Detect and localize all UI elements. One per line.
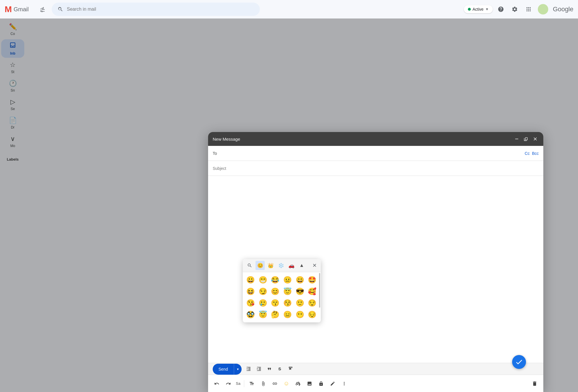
emoji-disguised[interactable]: 🥸 [245,309,256,320]
compose-toolbar-left: Sa ☺ [212,378,349,389]
format-indent-inc-button[interactable] [254,364,264,374]
sans-label: Sa [236,381,240,386]
signature-button[interactable] [327,378,338,389]
emoji-neutral[interactable]: 😐 [282,274,293,285]
help-icon[interactable] [495,3,507,15]
emoji-tabs: 😊 👑 ❄️ 🚗 ▲ ✕ [243,259,321,272]
emoji-sunglasses[interactable]: 😎 [294,286,305,297]
gmail-wordmark: Gmail [14,6,29,13]
expand-button[interactable] [523,135,529,142]
emoji-pleading[interactable]: 🥲 [257,298,268,309]
compose-body[interactable]: 😊 👑 ❄️ 🚗 ▲ ✕ 😀 😁 😂 😐 😄 🤩 😆 😏 😊 [208,176,543,363]
emoji-kiss-mark[interactable]: 😘 [245,298,256,309]
emoji-innocent[interactable]: 😇 [282,286,293,297]
active-dropdown-icon: ▼ [485,7,489,11]
search-icon [58,6,63,12]
confidential-mode-button[interactable] [316,378,326,389]
attach-button[interactable] [258,378,268,389]
insert-image-button[interactable] [304,378,315,389]
cc-bcc-buttons: Cc Bcc [525,151,539,156]
emoji-scrollbar[interactable] [319,273,320,308]
text-formatting-button[interactable] [247,378,257,389]
redo-button[interactable] [223,378,234,389]
compose-window: New Message To Cc Bcc [208,132,543,392]
gmail-m-icon: M [5,4,12,14]
emoji-beaming[interactable]: 😁 [257,274,268,285]
emoji-picker: 😊 👑 ❄️ 🚗 ▲ ✕ 😀 😁 😂 😐 😄 🤩 😆 😏 😊 [243,259,321,322]
apps-icon[interactable] [523,3,534,15]
format-toolbar: ▾ S [208,363,543,375]
emoji-kissing-closed[interactable]: 😚 [282,298,293,309]
emoji-no-mouth[interactable]: 😶 [294,309,305,320]
active-label: Active [473,7,483,12]
send-button[interactable]: Send [213,364,234,375]
emoji-smile[interactable]: 😊 [270,286,281,297]
emoji-tab-travel[interactable]: 🚗 [287,261,296,270]
emoji-tab-smileys[interactable]: 😊 [255,261,265,270]
emoji-tab-nature[interactable]: ❄️ [276,261,286,270]
to-label: To [213,151,221,156]
undo-button[interactable] [212,378,222,389]
emoji-pensive[interactable]: 😔 [307,309,318,320]
emoji-thinking[interactable]: 🤔 [270,309,281,320]
insert-link-button[interactable] [270,378,280,389]
emoji-slightly-smiling[interactable]: 🙂 [294,298,305,309]
format-strikethrough-button[interactable]: S [275,364,284,374]
adjust-filters-icon[interactable] [37,3,48,15]
minimize-button[interactable] [513,135,520,142]
emoji-star-struck[interactable]: 🤩 [307,274,318,285]
to-input[interactable] [221,151,525,156]
close-compose-button[interactable] [532,135,539,142]
emoji-kissing[interactable]: 😙 [270,298,281,309]
user-avatar[interactable] [538,4,548,14]
topbar: M Gmail Active ▼ Google [0,0,578,18]
emoji-grin[interactable]: 😄 [294,274,305,285]
emoji-laughing[interactable]: 😆 [245,286,256,297]
drive-button[interactable] [293,378,303,389]
emoji-tab-people[interactable]: 👑 [266,261,275,270]
more-options-button[interactable] [339,378,349,389]
cc-button[interactable]: Cc [525,151,530,156]
emoji-tab-objects[interactable]: ▲ [297,261,306,270]
emoji-expressionless[interactable]: 😑 [282,309,293,320]
compose-subject-row [208,161,543,176]
emoji-grid: 😀 😁 😂 😐 😄 🤩 😆 😏 😊 😇 😎 🥰 😘 🥲 😙 😚 🙂 [243,272,321,322]
topbar-right: Active ▼ Google [464,3,573,15]
gmail-logo: M Gmail [5,4,29,14]
emoji-smiling-hearts[interactable]: 🥰 [307,286,318,297]
format-clear-button[interactable] [286,364,295,374]
google-wordmark: Google [553,5,573,13]
emoji-grinning[interactable]: 😀 [245,274,256,285]
emoji-tab-search[interactable] [245,261,254,270]
settings-icon[interactable] [509,3,520,15]
delete-compose-button[interactable] [529,378,540,389]
format-indent-dec-button[interactable] [244,364,253,374]
search-bar[interactable] [52,3,260,16]
search-input[interactable] [67,7,254,12]
format-quote-button[interactable] [265,364,274,374]
active-status-badge[interactable]: Active ▼ [464,5,493,13]
blue-check-icon [512,355,526,369]
emoji-joy[interactable]: 😂 [270,274,281,285]
emoji-smirk[interactable]: 😏 [257,286,268,297]
compose-toolbar: Sa ☺ [208,375,543,392]
emoji-close-button[interactable]: ✕ [310,261,318,270]
compose-title: New Message [213,137,240,142]
send-dropdown-button[interactable]: ▾ [234,364,242,375]
emoji-button[interactable]: ☺ [281,378,292,389]
bcc-button[interactable]: Bcc [532,151,539,156]
compose-header: New Message [208,132,543,146]
emoji-halo[interactable]: 😇 [257,309,268,320]
active-dot-icon [468,8,471,11]
compose-to-row: To Cc Bcc [208,146,543,161]
compose-header-icons [513,135,539,142]
emoji-relieved[interactable]: 😌 [307,298,318,309]
toolbar-divider [244,380,244,387]
subject-input[interactable] [213,166,539,171]
send-button-group: Send ▾ [213,364,242,375]
